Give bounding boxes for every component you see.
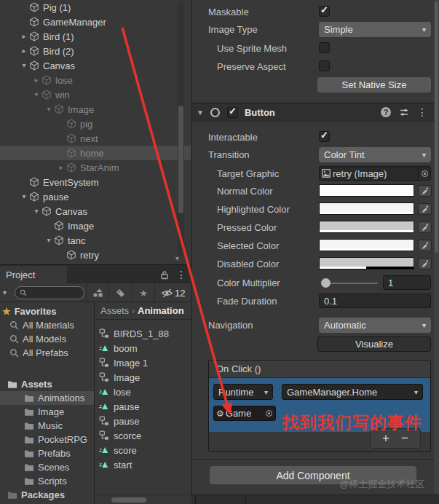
color-swatch[interactable]	[319, 184, 414, 197]
foldout-icon[interactable]	[19, 44, 29, 58]
foldout-icon[interactable]	[56, 160, 66, 175]
foldout-icon[interactable]	[31, 87, 41, 102]
hierarchy-item[interactable]: Bird (2)	[0, 44, 191, 58]
hierarchy-item[interactable]: Canvas	[0, 204, 191, 218]
folder-packages-root[interactable]: Packages	[0, 488, 94, 502]
navigation-dropdown[interactable]: Automatic ▾	[319, 318, 431, 333]
scrollbar-thumb[interactable]	[111, 497, 146, 503]
foldout-icon[interactable]	[19, 58, 29, 73]
search-box[interactable]	[15, 286, 84, 299]
favorite-search-item[interactable]: All Models	[0, 332, 94, 346]
hierarchy-item[interactable]: next	[0, 131, 191, 146]
hierarchy-item[interactable]: tanc	[0, 233, 191, 248]
hierarchy-item[interactable]: Pig (1)	[0, 0, 191, 15]
foldout-icon[interactable]	[31, 73, 41, 87]
folder-item[interactable]: PocketRPG	[0, 433, 94, 446]
foldout-icon[interactable]	[31, 204, 41, 218]
object-picker-icon[interactable]	[263, 406, 275, 420]
asset-file-row[interactable]: start	[95, 457, 191, 472]
hierarchy-item[interactable]: win	[0, 87, 191, 102]
foldout-icon[interactable]	[44, 233, 54, 248]
inspector-scrollbar[interactable]	[434, 0, 439, 495]
transition-dropdown[interactable]: Color Tint ▾	[319, 147, 431, 162]
eyedropper-button[interactable]	[418, 203, 432, 215]
slider-knob[interactable]	[321, 278, 331, 288]
object-picker-icon[interactable]	[418, 167, 430, 180]
asset-file-row[interactable]: boom	[95, 341, 191, 355]
foldout-icon[interactable]	[44, 102, 54, 117]
favorite-search-item[interactable]: All Prefabs	[0, 346, 94, 360]
target-graphic-field[interactable]: retry (Image)	[319, 166, 431, 181]
hierarchy-scrollbar[interactable]	[178, 3, 184, 256]
hierarchy-item[interactable]: GameManager	[0, 15, 191, 29]
presets-icon[interactable]	[399, 107, 409, 117]
files-horizontal-scrollbar[interactable]	[95, 495, 191, 504]
scrollbar-thumb[interactable]	[435, 1, 438, 253]
image-type-dropdown[interactable]: Simple ▾	[319, 22, 431, 37]
maskable-checkbox[interactable]	[319, 6, 330, 17]
filter-by-type-button[interactable]	[86, 283, 108, 302]
hierarchy-item[interactable]: lose	[0, 73, 191, 87]
create-menu-caret-icon[interactable]: ▾	[3, 288, 7, 296]
hierarchy-item[interactable]: pig	[0, 117, 191, 131]
set-native-size-button[interactable]: Set Native Size	[317, 77, 431, 92]
color-swatch[interactable]	[319, 221, 414, 233]
favorite-search-item[interactable]: All Materials	[0, 318, 94, 332]
interactable-checkbox[interactable]	[319, 131, 330, 142]
asset-file-row[interactable]: scorce	[95, 428, 191, 443]
favorites-header[interactable]: ★ Favorites	[0, 302, 94, 318]
folder-assets-root[interactable]: Assets	[0, 377, 94, 391]
kebab-menu-icon[interactable]: ⋮	[417, 106, 427, 118]
breadcrumb-current[interactable]: Animation	[138, 305, 184, 316]
hierarchy-item[interactable]: Image	[0, 102, 191, 117]
foldout-icon[interactable]: ▼	[197, 109, 204, 117]
scrollbar-thumb[interactable]	[178, 106, 183, 213]
folder-item[interactable]: Image	[0, 405, 94, 419]
preserve-aspect-checkbox[interactable]	[319, 60, 330, 71]
favorite-search-button[interactable]: ★	[132, 283, 154, 302]
hierarchy-item[interactable]: pause	[0, 189, 191, 204]
button-component-header[interactable]: ▼ Button ? ⋮	[192, 103, 435, 122]
help-icon[interactable]: ?	[381, 107, 391, 117]
asset-file-row[interactable]: pause	[95, 414, 191, 428]
eyedropper-button[interactable]	[418, 240, 432, 251]
folder-item[interactable]: Animations	[0, 391, 94, 405]
hierarchy-item[interactable]: StarAnim	[0, 160, 191, 175]
color-swatch[interactable]	[319, 202, 414, 215]
folder-item[interactable]: Music	[0, 419, 94, 433]
hierarchy-item[interactable]: Bird (1)	[0, 29, 191, 44]
asset-file-row[interactable]: Image 1	[95, 355, 191, 370]
runtime-mode-dropdown[interactable]: Runtime ▾	[213, 384, 273, 400]
asset-file-row[interactable]: score	[95, 443, 191, 457]
folder-item[interactable]: Prefabs	[0, 446, 94, 460]
handler-function-dropdown[interactable]: GameManager.Home ▾	[282, 384, 423, 400]
event-target-object-field[interactable]: ⚙ Game	[213, 406, 276, 421]
filter-by-label-button[interactable]	[108, 283, 131, 302]
color-multiplier-value[interactable]: 1	[383, 275, 431, 290]
component-enabled-checkbox[interactable]	[227, 107, 238, 118]
color-swatch[interactable]	[319, 239, 414, 251]
folder-item[interactable]: Scenes	[0, 460, 94, 474]
foldout-icon[interactable]	[19, 29, 29, 44]
lock-icon[interactable]	[160, 270, 169, 280]
asset-file-row[interactable]: pause	[95, 399, 191, 414]
foldout-icon[interactable]	[19, 189, 29, 204]
eyedropper-button[interactable]	[418, 258, 432, 269]
hierarchy-item[interactable]: retry	[0, 248, 191, 262]
eyedropper-button[interactable]	[418, 185, 432, 197]
hierarchy-item[interactable]: Canvas	[0, 58, 191, 73]
eyedropper-button[interactable]	[418, 221, 432, 233]
breadcrumb-root[interactable]: Assets	[100, 305, 129, 316]
search-input[interactable]	[27, 288, 78, 297]
asset-file-row[interactable]: Image	[95, 370, 191, 385]
hidden-packages-button[interactable]: 12	[154, 283, 191, 302]
folder-item[interactable]: Scripts	[0, 474, 94, 488]
fade-duration-value[interactable]: 0.1	[319, 294, 431, 308]
use-sprite-mesh-checkbox[interactable]	[319, 42, 330, 53]
color-swatch[interactable]	[319, 257, 414, 269]
asset-file-row[interactable]: BIRDS_1_88	[95, 326, 191, 341]
hierarchy-item[interactable]: Image	[0, 218, 191, 233]
hierarchy-item[interactable]: home	[0, 146, 191, 160]
hierarchy-item[interactable]: EventSystem	[0, 175, 191, 189]
tab-project[interactable]: Project	[0, 266, 67, 284]
